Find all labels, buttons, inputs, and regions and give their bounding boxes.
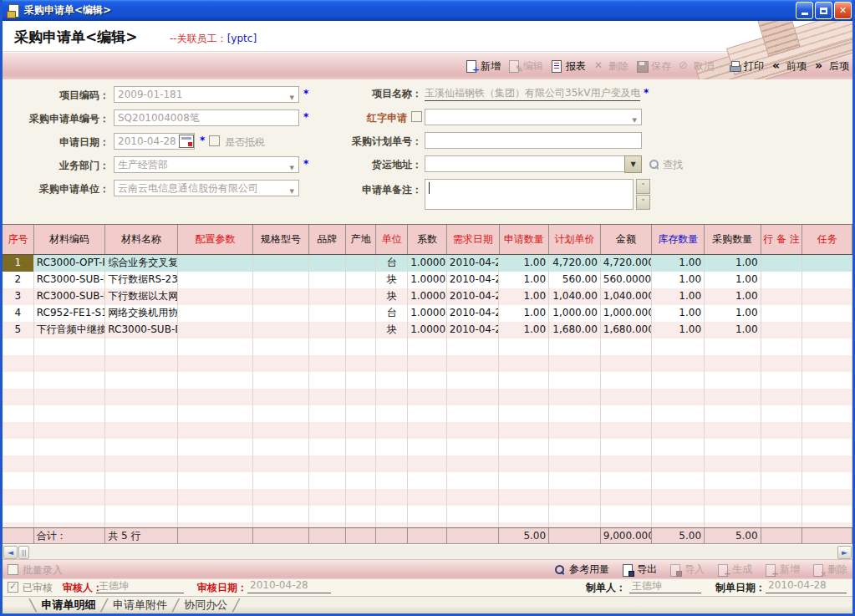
grid-cell[interactable]: 1.00 <box>652 305 705 322</box>
ship-address-dropdown-button[interactable]: ▼ <box>624 155 642 173</box>
grid-cell[interactable]: 1.00 <box>705 288 761 305</box>
table-row[interactable]: 4RC952-FE1-S1+R0网络交换机用协台1.00002010-04-28… <box>3 305 852 322</box>
request-unit-select[interactable]: 云南云电信息通信股份有限公司 <box>114 180 299 196</box>
grid-cell[interactable]: 1,000.0000 <box>601 305 653 322</box>
grid-cell[interactable]: 1.0000 <box>408 255 447 272</box>
grid-cell[interactable]: 1.00 <box>499 272 549 288</box>
department-select[interactable]: 生产经营部 <box>114 156 299 173</box>
grid-cell[interactable]: 2010-04-28 <box>447 255 500 272</box>
toolbar-button-print[interactable]: 打印 <box>729 59 764 74</box>
grid-cell[interactable]: 1,040.0000 <box>601 288 653 305</box>
remark-textarea[interactable] <box>425 179 634 210</box>
column-header[interactable]: 采购数量 <box>705 225 761 254</box>
grid-cell[interactable] <box>178 255 253 272</box>
grid-cell[interactable] <box>253 305 309 322</box>
column-header[interactable]: 单位 <box>376 225 408 254</box>
grid-cell[interactable]: 2 <box>3 272 34 288</box>
spinner-up-icon[interactable]: ˄ <box>636 179 650 194</box>
grid-cell[interactable]: 台 <box>376 305 408 322</box>
column-header[interactable]: 配置参数 <box>178 225 253 254</box>
column-header[interactable]: 系数 <box>408 225 447 254</box>
grid-cell[interactable]: 560.0000 <box>601 272 653 288</box>
grid-cell[interactable] <box>346 288 377 305</box>
column-header[interactable]: 申请数量 <box>500 225 550 254</box>
spinner-down-icon[interactable]: ˅ <box>636 195 650 210</box>
grid-cell[interactable] <box>346 322 377 339</box>
grid-cell[interactable]: 1.00 <box>652 288 705 305</box>
grid-cell[interactable]: 2010-04-28 <box>447 322 500 339</box>
close-button[interactable]: ✕ <box>834 2 852 19</box>
tab-申请单附件[interactable]: 申请单附件 <box>113 598 167 613</box>
tax-checkbox[interactable] <box>209 135 220 146</box>
audited-checkbox[interactable] <box>8 582 18 593</box>
grid-cell[interactable] <box>802 255 852 272</box>
table-row[interactable]: 2RC3000-SUB-D232下行数据RS-232块1.00002010-04… <box>3 272 852 288</box>
toolbar-button-new[interactable]: 新增 <box>466 59 501 74</box>
grid-cell[interactable] <box>309 305 346 322</box>
column-header[interactable]: 需求日期 <box>447 225 500 254</box>
grid-cell[interactable]: 4 <box>3 305 34 322</box>
grid-cell[interactable]: 1.00 <box>499 255 549 272</box>
grid-cell[interactable]: 块 <box>376 322 408 339</box>
column-header[interactable]: 产地 <box>346 225 377 254</box>
grid-cell[interactable] <box>761 305 803 322</box>
grid-cell[interactable]: 1.00 <box>705 255 761 272</box>
grid-cell[interactable]: 1.00 <box>652 272 705 288</box>
toolbar-button-ref-usage[interactable]: 参考用量 <box>554 563 609 577</box>
grid-cell[interactable]: 块 <box>376 272 408 288</box>
scroll-right-icon[interactable]: ► <box>837 546 852 559</box>
grid-cell[interactable] <box>253 272 309 288</box>
grid-cell[interactable]: 2010-04-28 <box>447 305 500 322</box>
column-header[interactable]: 材料名称 <box>105 225 177 254</box>
grid-cell[interactable] <box>802 272 852 288</box>
grid-cell[interactable]: 1.0000 <box>408 322 447 339</box>
grid-cell[interactable] <box>253 255 309 272</box>
grid-cell[interactable]: 1.0000 <box>408 272 447 288</box>
grid-cell[interactable]: 下行音频中继接[ <box>34 322 105 339</box>
grid-cell[interactable]: 下行数据RS-232 <box>105 272 177 288</box>
batch-entry-checkbox[interactable] <box>8 564 18 575</box>
grid-cell[interactable]: RC3000-SUB-DO <box>105 322 177 339</box>
grid-cell[interactable] <box>346 272 377 288</box>
grid-cell[interactable]: 1.00 <box>705 272 761 288</box>
grid-cell[interactable]: 块 <box>376 288 408 305</box>
grid-cell[interactable]: 1.0000 <box>408 288 447 305</box>
tab-申请单明细[interactable]: 申请单明细 <box>41 598 95 613</box>
grid-cell[interactable]: 3 <box>3 288 34 305</box>
toolbar-button-report[interactable]: 报表 <box>551 59 586 74</box>
column-header[interactable]: 规格型号 <box>253 225 309 254</box>
column-header[interactable]: 材料编码 <box>34 225 106 254</box>
grid-cell[interactable] <box>761 255 803 272</box>
horizontal-scrollbar[interactable]: ◄ ► <box>3 544 852 559</box>
grid-cell[interactable]: 台 <box>376 255 408 272</box>
column-header[interactable]: 序号 <box>3 225 34 254</box>
grid-cell[interactable]: 1.00 <box>499 305 549 322</box>
grid-cell[interactable]: 2010-04-28 <box>447 272 500 288</box>
grid-cell[interactable]: 1.00 <box>499 288 549 305</box>
grid-cell[interactable]: 1.00 <box>705 305 761 322</box>
grid-cell[interactable] <box>309 255 346 272</box>
table-row[interactable]: 1RC3000-OPT-FE-S综合业务交叉复.台1.00002010-04-2… <box>3 255 852 272</box>
plan-no-input[interactable] <box>425 132 642 149</box>
maximize-button[interactable] <box>815 2 832 19</box>
calendar-icon[interactable] <box>179 135 194 148</box>
project-code-select[interactable]: 2009-01-181 <box>114 86 299 103</box>
column-header[interactable]: 库存数量 <box>652 225 705 254</box>
grid-cell[interactable]: 1.00 <box>652 322 705 339</box>
request-no-input[interactable]: SQ201004008笔 <box>114 109 299 126</box>
grid-cell[interactable]: 综合业务交叉复. <box>105 255 177 272</box>
table-row[interactable]: 3RC3000-SUB-DETH下行数据以太网块1.00002010-04-28… <box>3 288 852 305</box>
search-link[interactable]: 查找 <box>663 158 683 172</box>
grid-cell[interactable]: 2010-04-28 <box>447 288 500 305</box>
grid-cell[interactable]: 1,680.0000 <box>601 322 653 339</box>
grid-cell[interactable] <box>802 288 852 305</box>
grid-cell[interactable] <box>253 322 309 339</box>
grid-cell[interactable]: RC3000-SUB-D232 <box>34 272 105 288</box>
grid-cell[interactable]: 4,720.0000 <box>601 255 653 272</box>
grid-cell[interactable] <box>178 272 253 288</box>
grid-cell[interactable]: RC3000-SUB-DETH <box>34 288 105 305</box>
grid-cell[interactable]: 1,680.00 <box>549 322 601 339</box>
grid-cell[interactable] <box>253 288 309 305</box>
table-row[interactable]: 5下行音频中继接[RC3000-SUB-DO块1.00002010-04-281… <box>3 322 852 339</box>
grid-cell[interactable] <box>802 305 852 322</box>
